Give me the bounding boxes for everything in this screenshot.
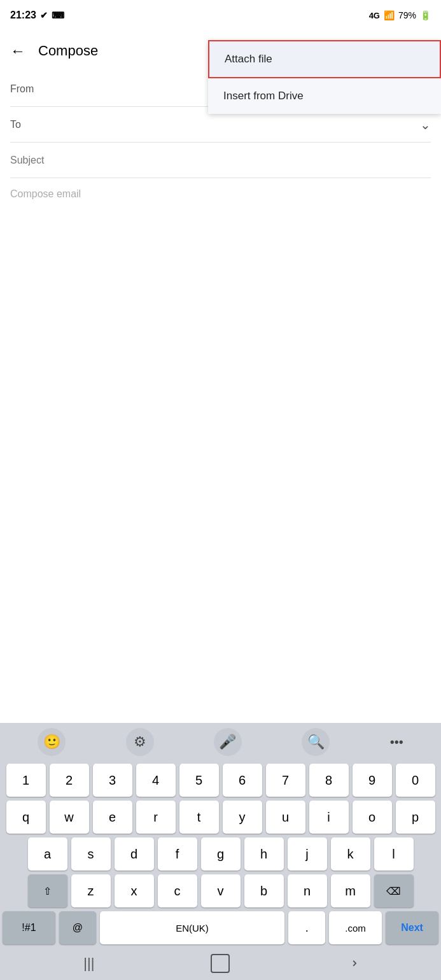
dotcom-key[interactable]: .com bbox=[329, 911, 382, 944]
mic-icon: 🎤 bbox=[219, 734, 236, 750]
body-area: Compose email bbox=[0, 178, 441, 210]
key-r[interactable]: r bbox=[136, 801, 176, 834]
key-y[interactable]: y bbox=[223, 801, 262, 834]
key-d[interactable]: d bbox=[115, 837, 154, 871]
key-8[interactable]: 8 bbox=[309, 764, 349, 797]
space-label: EN(UK) bbox=[176, 923, 209, 934]
key-o[interactable]: o bbox=[353, 801, 392, 834]
key-c[interactable]: c bbox=[158, 874, 197, 907]
back-button[interactable]: ← bbox=[10, 42, 25, 60]
key-5[interactable]: 5 bbox=[179, 764, 219, 797]
chevron-down-icon[interactable]: ⌄ bbox=[420, 117, 431, 132]
key-row-numbers: 1 2 3 4 5 6 7 8 9 0 bbox=[3, 764, 438, 797]
key-2[interactable]: 2 bbox=[50, 764, 89, 797]
emoji-button[interactable]: 🙂 bbox=[38, 728, 66, 756]
key-6[interactable]: 6 bbox=[223, 764, 262, 797]
subject-row bbox=[10, 143, 431, 178]
key-0[interactable]: 0 bbox=[396, 764, 435, 797]
back-nav-button[interactable]: ⌄ bbox=[344, 958, 360, 969]
settings-button[interactable]: ⚙ bbox=[126, 728, 154, 756]
space-key[interactable]: EN(UK) bbox=[100, 911, 284, 944]
next-label: Next bbox=[401, 922, 423, 934]
status-right: 4G 📶 79% 🔋 bbox=[369, 10, 431, 20]
key-k[interactable]: k bbox=[331, 837, 370, 871]
key-3[interactable]: 3 bbox=[93, 764, 132, 797]
key-f[interactable]: f bbox=[158, 837, 197, 871]
key-row-qwerty: q w e r t y u i o p bbox=[3, 801, 438, 834]
settings-icon: ⚙ bbox=[134, 734, 146, 750]
search-button[interactable]: 🔍 bbox=[302, 728, 330, 756]
to-input[interactable] bbox=[48, 119, 415, 130]
check-icon: ✔ bbox=[40, 10, 48, 20]
status-time: 21:23 ✔ ⌨ bbox=[10, 10, 64, 21]
from-label: From bbox=[10, 83, 48, 95]
num-sym-key[interactable]: !#1 bbox=[3, 911, 55, 944]
key-g[interactable]: g bbox=[201, 837, 241, 871]
key-s[interactable]: s bbox=[71, 837, 111, 871]
next-key[interactable]: Next bbox=[386, 911, 438, 944]
key-1[interactable]: 1 bbox=[6, 764, 46, 797]
key-a[interactable]: a bbox=[28, 837, 67, 871]
emoji-icon: 🙂 bbox=[43, 734, 60, 750]
to-label: To bbox=[10, 119, 48, 130]
key-w[interactable]: w bbox=[50, 801, 89, 834]
signal-bars-icon: 📶 bbox=[384, 10, 395, 20]
keyboard-bottom-row: !#1 @ EN(UK) . .com Next bbox=[0, 911, 441, 947]
time-display: 21:23 bbox=[10, 10, 36, 21]
insert-from-drive-menu-item[interactable]: Insert from Drive bbox=[208, 78, 441, 114]
signal-4g-label: 4G bbox=[369, 11, 380, 20]
home-button[interactable] bbox=[211, 954, 230, 973]
keyboard-rows: 1 2 3 4 5 6 7 8 9 0 q w e r t y u i o p … bbox=[0, 761, 441, 907]
dotcom-label: .com bbox=[345, 923, 366, 934]
key-row-zxcv: ⇧ z x c v b n m ⌫ bbox=[3, 874, 438, 907]
battery-label: 79% bbox=[398, 10, 416, 20]
attach-file-menu-item[interactable]: Attach file bbox=[208, 40, 441, 78]
subject-input[interactable] bbox=[10, 155, 431, 166]
key-t[interactable]: t bbox=[179, 801, 219, 834]
dropdown-menu: Attach file Insert from Drive bbox=[208, 40, 441, 114]
key-4[interactable]: 4 bbox=[136, 764, 176, 797]
key-h[interactable]: h bbox=[244, 837, 284, 871]
key-9[interactable]: 9 bbox=[353, 764, 392, 797]
key-p[interactable]: p bbox=[396, 801, 435, 834]
key-i[interactable]: i bbox=[309, 801, 349, 834]
at-key[interactable]: @ bbox=[59, 911, 96, 944]
more-icon: ••• bbox=[390, 735, 403, 749]
body-placeholder: Compose email bbox=[10, 188, 81, 199]
battery-icon: 🔋 bbox=[420, 10, 431, 20]
mic-button[interactable]: 🎤 bbox=[214, 728, 242, 756]
keyboard-area: 🙂 ⚙ 🎤 🔍 ••• 1 2 3 4 5 6 7 8 9 0 bbox=[0, 723, 441, 980]
key-q[interactable]: q bbox=[6, 801, 46, 834]
num-sym-label: !#1 bbox=[22, 922, 36, 934]
key-v[interactable]: v bbox=[201, 874, 241, 907]
key-x[interactable]: x bbox=[115, 874, 154, 907]
key-j[interactable]: j bbox=[288, 837, 327, 871]
key-e[interactable]: e bbox=[93, 801, 132, 834]
more-button[interactable]: ••• bbox=[390, 735, 403, 750]
at-label: @ bbox=[73, 922, 83, 934]
search-icon: 🔍 bbox=[307, 734, 325, 750]
dot-label: . bbox=[305, 921, 309, 935]
dot-key[interactable]: . bbox=[288, 911, 325, 944]
backspace-key[interactable]: ⌫ bbox=[374, 874, 414, 907]
navigation-bar: ||| ⌄ bbox=[0, 947, 441, 980]
key-row-asdf: a s d f g h j k l bbox=[3, 837, 438, 871]
key-l[interactable]: l bbox=[374, 837, 414, 871]
key-7[interactable]: 7 bbox=[266, 764, 305, 797]
key-z[interactable]: z bbox=[71, 874, 111, 907]
key-u[interactable]: u bbox=[266, 801, 305, 834]
shift-key[interactable]: ⇧ bbox=[28, 874, 67, 907]
keyboard-icon: ⌨ bbox=[52, 10, 64, 20]
page-title: Compose bbox=[38, 43, 98, 59]
key-n[interactable]: n bbox=[288, 874, 327, 907]
key-m[interactable]: m bbox=[331, 874, 370, 907]
keyboard-toolbar: 🙂 ⚙ 🎤 🔍 ••• bbox=[0, 723, 441, 761]
recent-apps-button[interactable]: ||| bbox=[83, 955, 94, 972]
status-bar: 21:23 ✔ ⌨ 4G 📶 79% 🔋 bbox=[0, 0, 441, 31]
key-b[interactable]: b bbox=[244, 874, 284, 907]
